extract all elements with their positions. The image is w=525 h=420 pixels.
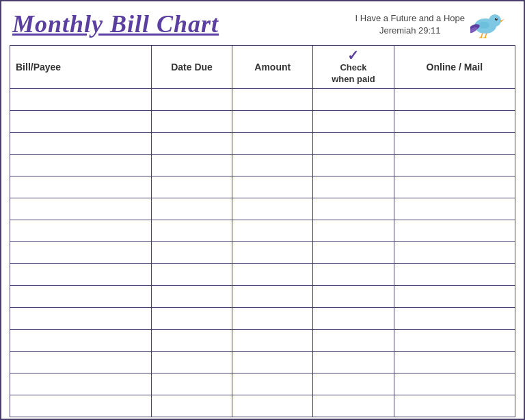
table-cell [394, 198, 515, 220]
table-cell [151, 198, 232, 220]
table-cell [151, 220, 232, 241]
table-cell [151, 395, 232, 417]
table-cell [313, 351, 394, 373]
table-cell [151, 176, 232, 198]
table-cell [394, 285, 515, 307]
svg-line-8 [481, 33, 483, 37]
table-cell [10, 395, 152, 417]
table-cell [232, 351, 313, 373]
table-cell [313, 88, 394, 110]
check-symbol: ✓ [347, 49, 359, 62]
page-title: Monthly Bill Chart [12, 11, 219, 38]
table-row [10, 351, 515, 373]
table-cell [232, 307, 313, 329]
table-cell [313, 307, 394, 329]
col-header-amount: Amount [232, 46, 313, 89]
table-cell [151, 285, 232, 307]
table-cell [394, 88, 515, 110]
table-cell [313, 220, 394, 241]
table-cell [232, 88, 313, 110]
table-cell [151, 329, 232, 351]
table-cell [394, 176, 515, 198]
table-cell [10, 351, 152, 373]
table-cell [151, 263, 232, 285]
table-cell [232, 132, 313, 154]
table-cell [394, 241, 515, 263]
table-cell [10, 110, 152, 132]
table-cell [232, 373, 313, 395]
check-text: Checkwhen paid [332, 62, 375, 86]
table-cell [394, 373, 515, 395]
table-cell [313, 132, 394, 154]
table-cell [394, 329, 515, 351]
table-row [10, 154, 515, 176]
table-cell [394, 263, 515, 285]
col-header-check: ✓ Checkwhen paid [313, 46, 394, 89]
table-cell [313, 263, 394, 285]
table-cell [151, 88, 232, 110]
table-cell [151, 110, 232, 132]
table-row [10, 176, 515, 198]
table-cell [10, 263, 152, 285]
table-wrapper: Bill/Payee Date Due Amount ✓ Checkwhen p… [1, 45, 524, 420]
table-cell [313, 241, 394, 263]
table-row [10, 395, 515, 417]
table-cell [10, 154, 152, 176]
table-row [10, 373, 515, 395]
table-cell [232, 285, 313, 307]
table-cell [151, 307, 232, 329]
table-cell [394, 110, 515, 132]
table-cell [232, 220, 313, 241]
table-cell [232, 263, 313, 285]
table-cell [313, 176, 394, 198]
table-row [10, 329, 515, 351]
subtitle-line2: Jeremiah 29:11 [355, 25, 465, 37]
table-cell [394, 395, 515, 417]
header-right: I Have a Future and a Hope Jeremiah 29:1… [355, 8, 506, 41]
col-header-date: Date Due [151, 46, 232, 89]
table-cell [232, 241, 313, 263]
table-cell [313, 395, 394, 417]
table-cell [151, 132, 232, 154]
bird-decoration [470, 8, 506, 41]
table-cell [394, 307, 515, 329]
col-header-bill: Bill/Payee [10, 46, 152, 89]
svg-line-13 [485, 37, 486, 38]
table-cell [313, 110, 394, 132]
table-cell [10, 373, 152, 395]
subtitle-line1: I Have a Future and a Hope [355, 12, 465, 25]
table-cell [151, 351, 232, 373]
table-row [10, 110, 515, 132]
table-cell [394, 220, 515, 241]
table-cell [232, 154, 313, 176]
table-cell [151, 373, 232, 395]
svg-point-1 [489, 14, 501, 27]
table-cell [232, 198, 313, 220]
header: Monthly Bill Chart I Have a Future and a… [1, 1, 524, 45]
svg-line-11 [481, 37, 482, 38]
bill-chart-table: Bill/Payee Date Due Amount ✓ Checkwhen p… [10, 45, 515, 417]
table-cell [232, 395, 313, 417]
table-row [10, 263, 515, 285]
page: Monthly Bill Chart I Have a Future and a… [0, 0, 525, 420]
table-cell [232, 176, 313, 198]
col-header-online: Online / Mail [394, 46, 515, 89]
table-cell [151, 241, 232, 263]
table-cell [313, 329, 394, 351]
table-row [10, 132, 515, 154]
table-cell [313, 198, 394, 220]
table-cell [10, 329, 152, 351]
table-cell [10, 176, 152, 198]
table-row [10, 241, 515, 263]
svg-point-3 [495, 18, 498, 21]
table-row [10, 307, 515, 329]
table-cell [10, 220, 152, 241]
table-cell [10, 198, 152, 220]
table-header-row: Bill/Payee Date Due Amount ✓ Checkwhen p… [10, 46, 515, 89]
table-row [10, 220, 515, 241]
table-cell [232, 329, 313, 351]
svg-point-4 [496, 18, 497, 19]
table-cell [10, 241, 152, 263]
table-cell [394, 154, 515, 176]
table-cell [10, 285, 152, 307]
